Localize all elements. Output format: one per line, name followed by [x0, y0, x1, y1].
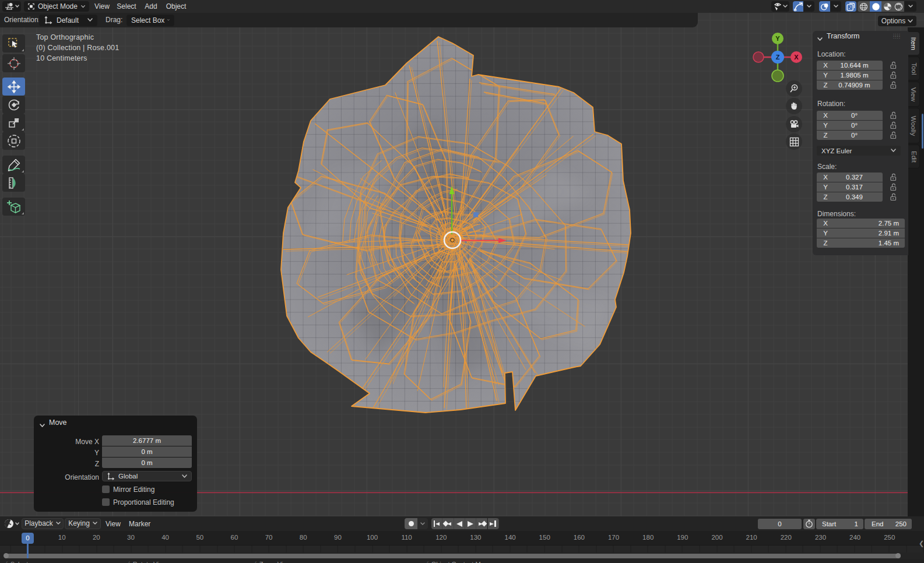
- svg-text:Y: Y: [775, 35, 780, 42]
- svg-text:X: X: [794, 54, 799, 61]
- svg-text:Z: Z: [776, 54, 780, 61]
